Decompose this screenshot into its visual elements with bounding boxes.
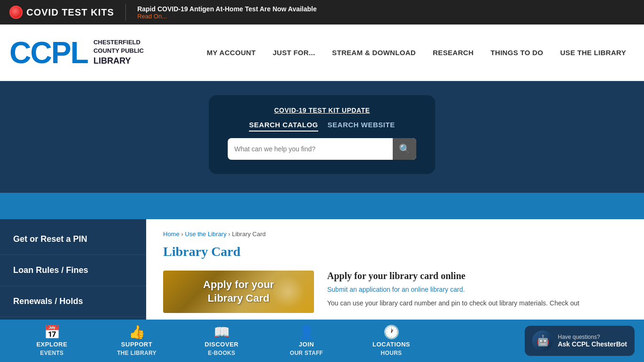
breadcrumb-sep2: › [228,230,232,238]
page-title: Library Card [163,244,627,259]
alert-badge: COVID TEST KITS [9,6,114,19]
footer-item-explore-events[interactable]: 📅 EXPLORE EVENTS [9,326,94,337]
chatbot-text: Have questions? Ask CCPL ChesterBot [558,334,627,337]
clock-icon: 🕐 [383,326,400,337]
alert-circle-icon [9,6,23,19]
section-link[interactable]: Submit an application for an online libr… [327,286,465,293]
sidebar-item-get-reset-pin[interactable]: Get or Reset a PIN [0,224,146,255]
main-nav: MY ACCOUNT JUST FOR... STREAM & DOWNLOAD… [160,44,635,61]
book-icon: 📖 [214,326,230,337]
search-card: COVID-19 TEST KIT UPDATE SEARCH CATALOG … [209,95,435,174]
chatbot-widget[interactable]: 🤖 Have questions? Ask CCPL ChesterBot [525,326,635,337]
section-title: Apply for your library card online [327,271,627,281]
logo-text: CHESTERFIELD COUNTY PUBLIC LIBRARY [93,38,144,67]
search-input[interactable] [228,138,393,160]
search-button[interactable]: 🔍 [393,138,416,160]
blue-stripe [0,193,644,219]
breadcrumb-current: Library Card [232,230,266,238]
person-icon: 👤 [298,326,315,337]
tab-search-catalog[interactable]: SEARCH CATALOG [249,121,318,132]
sidebar-item-renewals-holds[interactable]: Renewals / Holds [0,286,146,317]
card-area: Apply for your Library Card Apply for yo… [163,271,627,313]
covid-update-link[interactable]: COVID-19 TEST KIT UPDATE [274,107,370,114]
card-image-line2: Library Card [203,292,274,305]
footer-item-locations-hours[interactable]: 🕐 LOCATIONS HOURS [349,326,434,337]
nav-use-the-library[interactable]: USE THE LIBRARY [552,44,635,61]
alert-divider [125,4,126,21]
card-image: Apply for your Library Card [163,271,314,313]
logo-ccpl: CCPL [9,38,88,68]
logo-line1: CHESTERFIELD [93,38,144,47]
footer-bar: 📅 EXPLORE EVENTS 👍 SUPPORT THE LIBRARY 📖… [0,320,644,337]
alert-bar: COVID TEST KITS Rapid COVID-19 Antigen A… [0,0,644,25]
logo-area[interactable]: CCPL CHESTERFIELD COUNTY PUBLIC LIBRARY [9,38,160,68]
breadcrumb: Home › Use the Library › Library Card [163,230,627,238]
alert-headline: Rapid COVID-19 Antigen At-Home Test Are … [137,5,317,13]
section-text: You can use your library card number and… [327,298,627,308]
nav-just-for[interactable]: JUST FOR... [264,44,323,61]
card-image-text: Apply for your Library Card [203,278,274,305]
footer-item-join-staff[interactable]: 👤 JOIN OUR STAFF [264,326,349,337]
breadcrumb-use-library[interactable]: Use the Library [185,230,226,238]
nav-research[interactable]: RESEARCH [424,44,482,61]
logo-line2: COUNTY PUBLIC [93,47,144,55]
search-input-row: 🔍 [228,138,416,160]
card-image-line1: Apply for your [203,278,274,292]
footer-item-support-library[interactable]: 👍 SUPPORT THE LIBRARY [94,326,179,337]
nav-things-to-do[interactable]: THINGS TO DO [482,44,552,61]
footer-item-discover-ebooks[interactable]: 📖 DISCOVER E-BOOKS [179,326,264,337]
search-tabs: SEARCH CATALOG SEARCH WEBSITE [249,121,395,132]
alert-read-on-link[interactable]: Read On... [137,13,317,20]
search-icon: 🔍 [399,143,411,155]
thumbs-up-icon: 👍 [129,326,145,337]
hero-section: COVID-19 TEST KIT UPDATE SEARCH CATALOG … [0,81,644,193]
nav-stream-download[interactable]: STREAM & DOWNLOAD [323,44,424,61]
site-header: CCPL CHESTERFIELD COUNTY PUBLIC LIBRARY … [0,25,644,81]
chatbot-avatar: 🤖 [532,330,553,337]
calendar-icon: 📅 [44,326,60,337]
nav-my-account[interactable]: MY ACCOUNT [198,44,264,61]
breadcrumb-home[interactable]: Home [163,230,180,238]
logo-line3: LIBRARY [93,55,144,67]
alert-message: Rapid COVID-19 Antigen At-Home Test Are … [137,5,317,20]
chatbot-have-questions: Have questions? [558,334,627,337]
tab-search-website[interactable]: SEARCH WEBSITE [328,121,395,132]
alert-title: COVID TEST KITS [26,7,114,18]
card-content: Apply for your library card online Submi… [327,271,627,313]
sidebar-item-loan-rules[interactable]: Loan Rules / Fines [0,255,146,286]
